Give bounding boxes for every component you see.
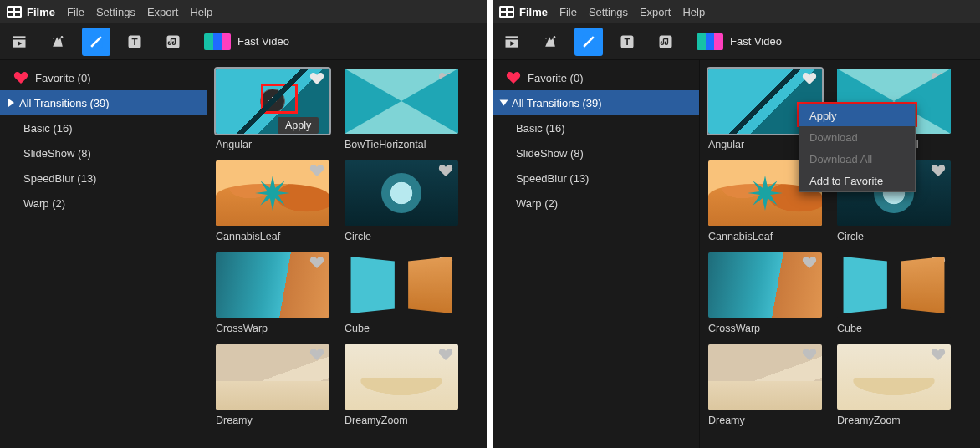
apply-plus-button[interactable]: +	[260, 89, 285, 114]
sidebar-basic[interactable]: Basic (16)	[493, 115, 699, 140]
thumb-bowtie[interactable]	[345, 69, 458, 134]
leaf-icon	[253, 174, 292, 212]
transitions-tab-icon[interactable]	[574, 28, 603, 56]
sidebar-warp[interactable]: Warp (2)	[493, 191, 699, 216]
transition-card-dreamyzoom[interactable]: DreamyZoom	[837, 344, 951, 428]
svg-rect-14	[506, 36, 518, 38]
media-tab-icon[interactable]	[498, 28, 526, 56]
favorite-toggle-icon[interactable]	[438, 256, 453, 269]
ctx-add-favorite[interactable]: Add to Favorite	[799, 170, 915, 191]
favorite-toggle-icon[interactable]	[438, 348, 453, 361]
thumb-circle[interactable]	[345, 160, 458, 226]
svg-point-9	[53, 38, 54, 39]
thumb-dreamy[interactable]	[708, 344, 822, 410]
menu-file[interactable]: File	[559, 6, 577, 18]
thumb-dreamyzoom[interactable]	[837, 344, 951, 410]
film-icon	[7, 6, 22, 18]
menu-export[interactable]: Export	[147, 6, 179, 18]
sidebar-basic[interactable]: Basic (16)	[0, 115, 207, 140]
thumb-dreamy[interactable]	[216, 344, 329, 410]
transition-card-dreamy[interactable]: Dreamy	[708, 344, 822, 428]
transition-label: DreamyZoom	[837, 415, 951, 428]
transition-card-dreamyzoom[interactable]: DreamyZoom	[345, 344, 458, 428]
sidebar-speedblur[interactable]: SpeedBlur (13)	[0, 165, 207, 191]
favorite-toggle-icon[interactable]	[438, 72, 453, 85]
fast-video-button[interactable]: Fast Video	[697, 33, 782, 50]
transition-card-cube[interactable]: Cube	[837, 252, 951, 336]
transitions-grid: Angular BowTieHorizontal CannabisLeaf	[700, 60, 980, 448]
sidebar-all-transitions[interactable]: All Transitions (39)	[0, 90, 207, 115]
thumb-crosswarp[interactable]	[708, 252, 822, 318]
menu-help[interactable]: Help	[190, 6, 212, 18]
favorite-toggle-icon[interactable]	[802, 72, 817, 85]
thumb-crosswarp[interactable]	[216, 252, 329, 318]
transition-card-angular[interactable]: + Angular	[216, 69, 329, 152]
menu-export[interactable]: Export	[640, 6, 671, 18]
transition-card-cannabisleaf[interactable]: CannabisLeaf	[216, 160, 329, 244]
transition-card-circle[interactable]: Circle	[345, 160, 458, 244]
sidebar-warp[interactable]: Warp (2)	[0, 191, 207, 216]
favorite-toggle-icon[interactable]	[931, 164, 946, 177]
favorite-toggle-icon[interactable]	[931, 256, 946, 269]
favorite-toggle-icon[interactable]	[309, 348, 324, 361]
sidebar-speedblur[interactable]: SpeedBlur (13)	[493, 165, 699, 191]
fast-video-button[interactable]: Fast Video	[204, 33, 289, 50]
menu-file[interactable]: File	[67, 6, 84, 18]
sidebar-all-label: All Transitions (39)	[19, 97, 110, 109]
heart-icon	[13, 71, 28, 84]
transition-label: CannabisLeaf	[708, 231, 822, 244]
transition-label: CannabisLeaf	[216, 231, 329, 244]
transition-label: Cube	[837, 323, 951, 336]
transition-card-crosswarp[interactable]: CrossWarp	[708, 252, 822, 336]
leaf-icon	[746, 174, 784, 212]
svg-text:T: T	[624, 36, 630, 47]
effects-tab-icon[interactable]	[43, 28, 72, 56]
sidebar-slideshow[interactable]: SlideShow (8)	[493, 140, 699, 165]
sidebar-all-label: All Transitions (39)	[512, 97, 602, 109]
transition-label: Dreamy	[708, 415, 822, 428]
favorite-toggle-icon[interactable]	[802, 348, 817, 361]
thumb-cannabisleaf[interactable]	[216, 160, 329, 226]
thumb-cube[interactable]	[345, 252, 458, 318]
transition-card-dreamy[interactable]: Dreamy	[216, 344, 329, 428]
thumb-dreamyzoom[interactable]	[345, 344, 458, 410]
transition-card-crosswarp[interactable]: CrossWarp	[216, 252, 329, 336]
sidebar-all-transitions[interactable]: All Transitions (39)	[493, 90, 699, 115]
sidebar-favorite[interactable]: Favorite (0)	[493, 65, 699, 90]
effects-tab-icon[interactable]	[536, 28, 564, 56]
favorite-toggle-icon[interactable]	[309, 72, 324, 85]
text-tab-icon[interactable]: T	[120, 28, 149, 56]
transition-card-cube[interactable]: Cube	[345, 252, 458, 336]
transition-label: BowTieHorizontal	[345, 139, 458, 152]
menu-help[interactable]: Help	[682, 6, 705, 18]
sidebar: Favorite (0) All Transitions (39) Basic …	[493, 60, 700, 448]
app-logo: Filme	[499, 6, 548, 18]
transitions-tab-icon[interactable]	[82, 28, 110, 56]
svg-point-17	[554, 35, 556, 38]
film-icon	[499, 6, 514, 18]
favorite-toggle-icon[interactable]	[309, 164, 324, 177]
content-body: Favorite (0) All Transitions (39) Basic …	[0, 60, 487, 448]
favorite-toggle-icon[interactable]	[438, 164, 453, 177]
audio-tab-icon[interactable]	[651, 28, 680, 56]
svg-point-18	[545, 38, 547, 39]
favorite-toggle-icon[interactable]	[309, 256, 324, 269]
transition-label: CrossWarp	[216, 323, 329, 336]
menu-settings[interactable]: Settings	[589, 6, 628, 18]
audio-tab-icon[interactable]	[159, 28, 187, 56]
context-menu: Apply Download Download All Add to Favor…	[799, 104, 916, 192]
menu-settings[interactable]: Settings	[96, 6, 135, 18]
text-tab-icon[interactable]: T	[613, 28, 641, 56]
highlight-box	[261, 84, 298, 114]
sidebar-favorite[interactable]: Favorite (0)	[0, 65, 207, 90]
thumb-cube[interactable]	[837, 252, 951, 318]
transition-card-bowtie[interactable]: BowTieHorizontal	[345, 69, 458, 152]
favorite-toggle-icon[interactable]	[802, 256, 817, 269]
favorite-toggle-icon[interactable]	[931, 72, 946, 85]
transition-label: Angular	[216, 139, 329, 152]
favorite-toggle-icon[interactable]	[931, 348, 946, 361]
media-tab-icon[interactable]	[5, 28, 33, 56]
ctx-apply[interactable]: Apply	[799, 104, 915, 126]
triangle-down-icon	[500, 100, 508, 106]
sidebar-slideshow[interactable]: SlideShow (8)	[0, 140, 207, 165]
